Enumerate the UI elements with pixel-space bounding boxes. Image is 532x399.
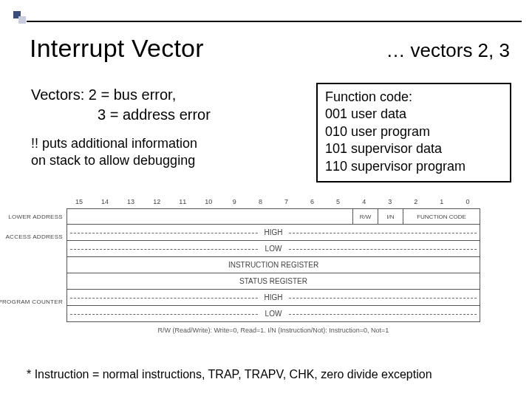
note-line-1: !! puts additional information xyxy=(31,135,297,152)
row-access-high: ACCESS ADDRESS HIGH xyxy=(66,225,480,241)
cell-rw: R/W xyxy=(352,209,378,224)
text-low: LOW xyxy=(259,245,288,253)
bit-4: 4 xyxy=(353,198,375,205)
label-lower-address: LOWER ADDRESS xyxy=(0,214,67,220)
bit-8: 8 xyxy=(249,198,271,205)
row-func-code: LOWER ADDRESS R/W I/N FUNCTION CODE xyxy=(66,208,480,225)
function-code-box: Function code: 001 user data 010 user pr… xyxy=(316,83,511,183)
bit-13: 13 xyxy=(120,198,142,205)
row-status-register: STATUS REGISTER xyxy=(66,273,480,290)
slide-header: Interrupt Vector … vectors 2, 3 xyxy=(30,34,510,63)
body-text: Vectors: 2 = bus error, 3 = address erro… xyxy=(31,85,297,170)
note-line-2: on stack to allow debugging xyxy=(31,152,297,169)
corner-decoration xyxy=(13,11,27,24)
horizontal-rule xyxy=(27,21,522,22)
bit-0: 0 xyxy=(457,198,479,205)
text-status-register: STATUS REGISTER xyxy=(233,277,313,285)
row-access-low: LOW xyxy=(66,241,480,257)
text-high: HIGH xyxy=(259,228,289,236)
bit-5: 5 xyxy=(327,198,349,205)
row-pc-high: PROGRAM COUNTER HIGH xyxy=(66,290,480,306)
bit-index-row: 15 14 13 12 11 10 9 8 7 6 5 4 3 2 1 0 xyxy=(66,198,480,208)
vector-line-2: 3 = address error xyxy=(31,105,297,125)
cell-in: I/N xyxy=(378,209,403,224)
footnote: * Instruction = normal instructions, TRA… xyxy=(27,368,432,381)
cell-function-code: FUNCTION CODE xyxy=(403,209,480,224)
diagram-legend: R/W (Read/Write): Write=0, Read=1. I/N (… xyxy=(66,327,480,334)
bit-11: 11 xyxy=(171,198,194,205)
note-block: !! puts additional information on stack … xyxy=(31,135,297,170)
bit-2: 2 xyxy=(405,198,427,205)
text-pc-high: HIGH xyxy=(259,293,289,301)
text-pc-low: LOW xyxy=(259,310,288,318)
label-access-address: ACCESS ADDRESS xyxy=(0,233,67,240)
bit-1: 1 xyxy=(431,198,453,205)
bit-15: 15 xyxy=(68,198,90,205)
slide-subtitle: … vectors 2, 3 xyxy=(386,39,510,62)
text-instruction-register: INSTRUCTION REGISTER xyxy=(222,261,324,269)
vector-line-1: Vectors: 2 = bus error, xyxy=(31,85,297,105)
bit-12: 12 xyxy=(146,198,168,205)
funcbox-row-1: 001 user data xyxy=(325,106,502,123)
funcbox-row-2: 010 user program xyxy=(325,123,502,140)
bit-7: 7 xyxy=(276,198,298,205)
bit-14: 14 xyxy=(94,198,116,205)
bit-9: 9 xyxy=(223,198,245,205)
stack-frame-table: LOWER ADDRESS R/W I/N FUNCTION CODE ACCE… xyxy=(66,208,480,322)
funcbox-row-4: 110 supervisor program xyxy=(325,158,502,175)
row-pc-low: LOW xyxy=(66,306,480,322)
bit-6: 6 xyxy=(301,198,324,205)
funcbox-row-3: 101 supervisor data xyxy=(325,140,502,157)
label-program-counter: PROGRAM COUNTER xyxy=(0,299,67,305)
row-instruction-register: INSTRUCTION REGISTER xyxy=(66,257,480,273)
bit-10: 10 xyxy=(197,198,219,205)
bit-3: 3 xyxy=(379,198,401,205)
slide-title: Interrupt Vector xyxy=(30,34,204,63)
stack-frame-diagram: 15 14 13 12 11 10 9 8 7 6 5 4 3 2 1 0 LO… xyxy=(66,198,480,334)
funcbox-title: Function code: xyxy=(325,89,502,106)
